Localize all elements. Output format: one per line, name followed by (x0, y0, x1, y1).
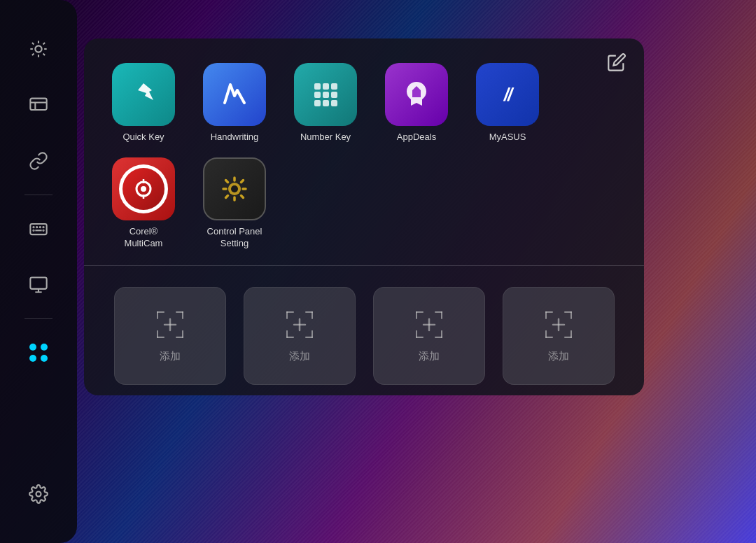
add-slot-3[interactable]: 添加 (373, 287, 485, 385)
app-item-numberkey[interactable]: Number Key (287, 63, 364, 143)
app-label-corel: Corel® MultiCam (125, 226, 163, 250)
app-label-controlpanel: Control Panel Setting (207, 226, 262, 250)
svg-line-7 (32, 54, 34, 55)
add-slot-1[interactable]: 添加 (114, 287, 226, 385)
app-item-appdeals[interactable]: AppDeals (378, 63, 455, 143)
sidebar-divider (24, 195, 52, 195)
svg-rect-36 (331, 100, 337, 106)
svg-rect-28 (314, 83, 321, 90)
sidebar-item-screen-layout[interactable] (18, 84, 59, 126)
svg-rect-33 (331, 92, 337, 98)
app-icon-controlpanel (203, 157, 266, 220)
edit-icon[interactable] (607, 52, 626, 72)
app-item-quickkey[interactable]: Quick Key (105, 63, 182, 143)
sidebar-item-settings[interactable] (18, 473, 59, 515)
app-grid: Quick Key Handwriting (105, 59, 623, 250)
add-slot-3-icon (414, 309, 444, 340)
add-slot-4[interactable]: 添加 (503, 287, 615, 385)
svg-rect-31 (314, 92, 321, 98)
svg-point-38 (141, 186, 146, 192)
app-item-handwriting[interactable]: Handwriting (196, 63, 273, 143)
app-item-corel[interactable]: Corel® MultiCam (105, 157, 182, 250)
sidebar-divider-2 (24, 318, 52, 319)
app-item-myasus[interactable]: // MyASUS (469, 63, 546, 143)
app-label-handwriting: Handwriting (211, 132, 259, 143)
app-icon-quickkey (112, 63, 175, 126)
app-icon-numberkey (294, 63, 357, 126)
sidebar-item-dots[interactable] (18, 332, 59, 374)
sidebar-item-keyboard[interactable] (18, 208, 59, 250)
dot-2 (41, 344, 48, 351)
app-item-controlpanel[interactable]: Control Panel Setting (196, 157, 273, 250)
app-label-myasus: MyASUS (489, 132, 526, 143)
svg-point-20 (40, 227, 41, 227)
add-label-2: 添加 (289, 350, 310, 363)
app-icon-corel (112, 157, 175, 220)
svg-rect-24 (30, 278, 46, 289)
svg-point-27 (36, 492, 41, 497)
main-panel: Quick Key Handwriting (84, 38, 644, 395)
add-section: 添加 添加 (84, 276, 644, 395)
add-slot-2-icon (284, 309, 315, 340)
dot-1 (29, 344, 36, 351)
svg-line-4 (43, 54, 45, 55)
svg-rect-9 (30, 99, 46, 110)
svg-rect-35 (323, 100, 329, 106)
app-icon-handwriting (203, 63, 266, 126)
svg-rect-30 (331, 83, 337, 90)
add-label-4: 添加 (548, 350, 569, 363)
add-slot-1-icon (155, 309, 186, 340)
myasus-logo-text: // (504, 84, 511, 106)
add-slot-2[interactable]: 添加 (244, 287, 356, 385)
panel-divider (84, 265, 644, 266)
sidebar-item-brightness[interactable] (18, 28, 59, 70)
app-label-numberkey: Number Key (300, 132, 351, 143)
app-icon-appdeals (385, 63, 448, 126)
corel-logo (119, 164, 168, 213)
svg-rect-32 (323, 92, 329, 98)
add-slot-4-icon (543, 309, 574, 340)
svg-line-3 (32, 43, 34, 44)
sidebar (0, 0, 77, 543)
app-label-quickkey: Quick Key (122, 132, 164, 143)
svg-rect-29 (323, 83, 329, 90)
dot-4 (41, 355, 48, 362)
svg-point-18 (33, 227, 34, 227)
sidebar-item-link[interactable] (18, 140, 59, 182)
svg-point-21 (43, 227, 43, 227)
svg-point-22 (33, 230, 34, 231)
svg-point-23 (43, 230, 43, 231)
app-icon-myasus: // (476, 63, 539, 126)
add-label-1: 添加 (160, 350, 181, 363)
svg-point-19 (36, 227, 37, 227)
dot-3 (29, 355, 36, 362)
app-label-appdeals: AppDeals (397, 132, 436, 143)
svg-line-8 (43, 43, 45, 44)
add-label-3: 添加 (419, 350, 440, 363)
svg-point-0 (35, 45, 41, 52)
svg-rect-34 (314, 100, 321, 106)
corel-inner (122, 168, 164, 210)
sidebar-item-monitor[interactable] (18, 264, 59, 306)
svg-rect-12 (30, 224, 46, 234)
